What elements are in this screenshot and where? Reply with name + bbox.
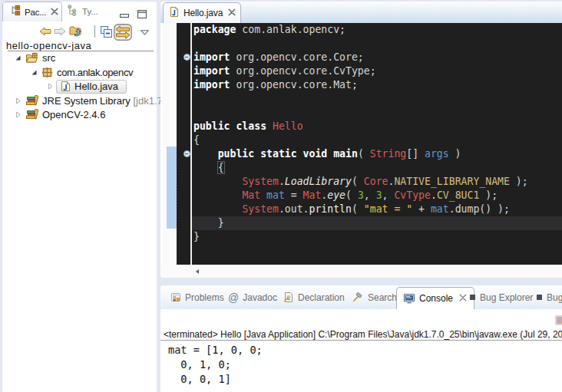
- code-segment: [260, 189, 266, 201]
- tree-expanded-icon[interactable]: [15, 54, 25, 61]
- tab-type-hierarchy[interactable]: Ty...: [63, 2, 106, 21]
- declaration-icon: [283, 292, 294, 303]
- tree-row-jre[interactable]: JRE System Library [jdk1.7.0: [2, 94, 157, 108]
- code-line: System.LoadLibrary( Core.NATIVE_LIBRARY_…: [193, 175, 562, 189]
- tree-row-opencv[interactable]: OpenCV-2.4.6: [2, 107, 157, 122]
- tree-row-src[interactable]: src: [2, 51, 157, 65]
- code-segment: import: [193, 51, 230, 63]
- tab-label: Console: [419, 293, 453, 304]
- console-view-panel: Problems @ Javadoc Declaration: [160, 285, 562, 392]
- code-segment: import: [193, 79, 230, 91]
- code-line: import org.opencv.core.CvType;: [193, 64, 562, 78]
- code-segment: (: [345, 189, 358, 201]
- tab-label: Bug: [547, 292, 562, 303]
- tab-label: Declaration: [298, 292, 345, 303]
- code-segment: CvType: [394, 189, 431, 201]
- fold-minus-icon[interactable]: [183, 150, 190, 157]
- code-segment: ,: [364, 189, 376, 201]
- tab-bug[interactable]: Bug: [536, 285, 562, 309]
- code-text[interactable]: package com.anlak.opencv; import org.ope…: [192, 23, 562, 244]
- code-line: public class Hello: [193, 120, 562, 133]
- code-line: {: [193, 161, 562, 175]
- code-segment: org.opencv.core.CvType;: [230, 65, 376, 77]
- code-line: import org.opencv.core.Core;: [193, 51, 562, 64]
- code-segment: public class: [193, 120, 266, 132]
- tab-label: Bug Explorer: [480, 292, 533, 303]
- console-content: <terminated> Hello [Java Application] C:…: [160, 309, 562, 392]
- range-indicator: [167, 147, 177, 229]
- code-segment: [193, 148, 218, 160]
- console-line: 0, 1, 0;: [168, 357, 263, 372]
- collapse-all-icon[interactable]: [98, 23, 114, 40]
- minimize-icon[interactable]: [120, 8, 129, 21]
- tree-row-package[interactable]: com.anlak.opencv: [2, 65, 157, 80]
- code-segment: import: [193, 65, 230, 77]
- close-icon[interactable]: [227, 6, 236, 20]
- code-segment: +: [412, 203, 431, 215]
- console-output[interactable]: mat = [1, 0, 0; 0, 1, 0; 0, 0, 1]: [168, 343, 263, 387]
- code-segment: );: [479, 189, 498, 201]
- bug-square-icon: [536, 294, 543, 301]
- console-line: 0, 0, 1]: [168, 372, 263, 387]
- tab-label: Ty...: [82, 7, 98, 16]
- tree-label: Hello.java: [74, 81, 118, 92]
- fold-minus-icon[interactable]: [183, 54, 190, 61]
- code-line: }: [193, 216, 562, 230]
- tree-collapsed-icon[interactable]: [15, 111, 25, 118]
- eclipse-window: { "left_panel": { "tabs": [ { "label": "…: [0, 0, 562, 392]
- editor-tab-hello-java[interactable]: Hello.java: [163, 2, 241, 23]
- close-icon[interactable]: [50, 5, 59, 19]
- tab-label: Javadoc: [243, 292, 277, 303]
- tree-label: hello-opencv-java: [6, 40, 91, 51]
- code-segment: String: [370, 148, 407, 160]
- code-segment: mat: [431, 203, 449, 215]
- tab-search[interactable]: Search: [352, 285, 397, 309]
- search-icon: [352, 292, 364, 303]
- code-segment: package: [193, 24, 236, 35]
- annotation-ruler[interactable]: [163, 23, 177, 265]
- code-segment: Mat: [303, 189, 322, 201]
- code-segment: CV_8UC1: [437, 189, 479, 201]
- code-segment: {: [218, 162, 224, 173]
- forward-arrow-icon[interactable]: [53, 23, 67, 40]
- back-arrow-icon[interactable]: [38, 23, 52, 40]
- bug-square-icon: [469, 294, 476, 301]
- tree-row-hello-java[interactable]: Hello.java: [2, 79, 157, 94]
- folding-ruler[interactable]: [177, 23, 190, 265]
- tab-bug-explorer[interactable]: Bug Explorer: [469, 285, 533, 309]
- code-segment: Mat: [242, 189, 260, 201]
- tree-collapsed-icon[interactable]: [15, 97, 25, 104]
- project-tree: hello-opencv-java src com.anlak.opencv H…: [2, 38, 157, 392]
- up-folder-icon[interactable]: [68, 23, 84, 40]
- tab-javadoc[interactable]: @ Javadoc: [228, 285, 277, 309]
- code-segment: public static void main: [218, 148, 358, 160]
- console-toolbar-button[interactable]: [555, 315, 562, 325]
- tree-label: com.anlak.opencv: [57, 67, 133, 78]
- code-segment: org.opencv.core.Mat;: [230, 79, 358, 91]
- code-line: [193, 37, 562, 51]
- code-segment: 3: [376, 189, 382, 201]
- code-line: {: [193, 133, 562, 147]
- close-icon[interactable]: [458, 293, 468, 305]
- tab-problems[interactable]: Problems: [170, 285, 224, 309]
- code-segment: (: [358, 148, 370, 160]
- code-line: [193, 92, 562, 106]
- type-hierarchy-icon: [67, 5, 78, 19]
- code-segment: [193, 162, 218, 173]
- maximize-icon[interactable]: [137, 8, 147, 21]
- tab-label: Problems: [185, 292, 224, 303]
- code-segment: println: [309, 203, 352, 215]
- tree-expanded-icon[interactable]: [31, 69, 41, 76]
- tab-declaration[interactable]: Declaration: [283, 285, 345, 309]
- java-file-icon: [170, 6, 179, 21]
- view-menu-icon[interactable]: [139, 28, 150, 37]
- console-title: <terminated> Hello [Java Application] C:…: [164, 329, 562, 340]
- editor-hscrollbar[interactable]: [160, 265, 562, 278]
- code-segment: =: [285, 189, 303, 201]
- tab-console[interactable]: Console: [396, 287, 474, 309]
- scroll-left-icon[interactable]: [194, 268, 200, 275]
- tab-package-explorer[interactable]: Pac...: [2, 2, 62, 21]
- code-segment: "mat = ": [364, 203, 412, 215]
- code-editor[interactable]: package com.anlak.opencv; import org.ope…: [163, 23, 562, 265]
- tree-label: JRE System Library: [42, 95, 131, 107]
